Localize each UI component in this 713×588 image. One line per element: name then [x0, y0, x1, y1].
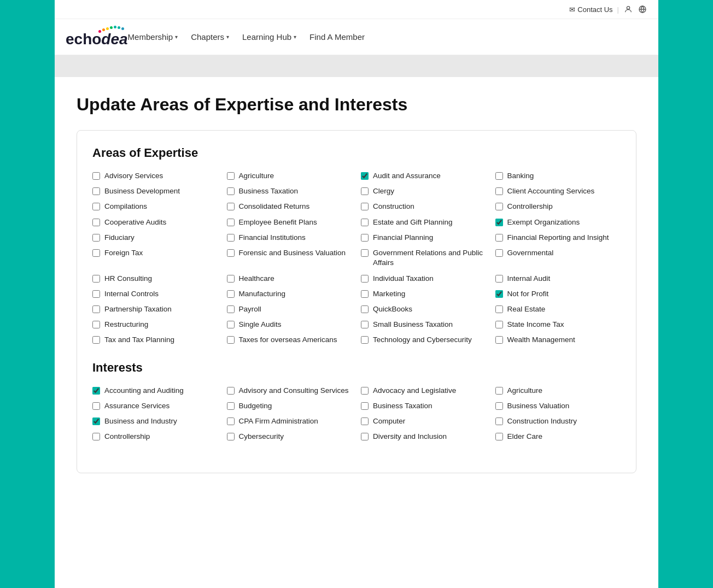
checkbox-label: Single Audits: [239, 320, 282, 330]
nav-chapters[interactable]: Chapters ▾: [191, 32, 229, 42]
checkbox-38[interactable]: [361, 321, 369, 328]
interests-section: Interests Accounting and AuditingAdvisor…: [92, 361, 621, 442]
interest-checkbox-7[interactable]: [495, 402, 503, 410]
areas-of-expertise-section: Areas of Expertise Advisory ServicesAgri…: [92, 146, 621, 345]
checkbox-label: Fiduciary: [104, 233, 135, 243]
checkbox-label: Internal Controls: [104, 289, 159, 299]
checkbox-43[interactable]: [495, 336, 503, 344]
checkbox-item: Financial Planning: [361, 233, 487, 243]
interest-checkbox-9[interactable]: [227, 418, 235, 425]
checkbox-39[interactable]: [495, 321, 503, 328]
checkbox-10[interactable]: [361, 203, 369, 210]
checkbox-12[interactable]: [92, 219, 100, 226]
checkbox-item: State Income Tax: [495, 320, 621, 330]
checkbox-item: Technology and Cybersecurity: [361, 335, 487, 345]
checkbox-28[interactable]: [92, 290, 100, 298]
checkbox-11[interactable]: [495, 203, 503, 210]
interest-checkbox-label: Business and Industry: [104, 416, 177, 426]
checkbox-24[interactable]: [92, 275, 100, 283]
nav-links: Membership ▾ Chapters ▾ Learning Hub ▾ F…: [128, 32, 365, 42]
nav-find-member[interactable]: Find A Member: [309, 32, 365, 42]
checkbox-item: Financial Institutions: [227, 233, 353, 243]
user-icon[interactable]: [623, 4, 633, 14]
logo[interactable]: echodea: [66, 26, 128, 48]
interest-checkbox-15[interactable]: [495, 433, 503, 440]
interest-checkbox-2[interactable]: [361, 387, 369, 395]
nav-learning-hub[interactable]: Learning Hub ▾: [242, 32, 296, 42]
interest-checkbox-0[interactable]: [92, 387, 100, 395]
checkbox-label: Not for Profit: [507, 289, 549, 299]
checkbox-23[interactable]: [495, 249, 503, 257]
checkbox-37[interactable]: [227, 321, 235, 328]
checkbox-32[interactable]: [92, 305, 100, 313]
contact-us-link[interactable]: ✉ Contact Us: [569, 5, 612, 14]
interest-checkbox-label: Business Valuation: [507, 401, 570, 411]
checkbox-1[interactable]: [227, 172, 235, 180]
interest-checkbox-12[interactable]: [92, 433, 100, 440]
checkbox-15[interactable]: [495, 219, 503, 226]
globe-icon[interactable]: [638, 4, 647, 14]
interest-checkbox-label: Accounting and Auditing: [104, 386, 184, 396]
checkbox-13[interactable]: [227, 219, 235, 226]
interest-checkbox-11[interactable]: [495, 418, 503, 425]
checkbox-label: Controllership: [507, 202, 553, 211]
checkbox-17[interactable]: [227, 234, 235, 242]
checkbox-item: Banking: [495, 171, 621, 181]
interest-checkbox-item: Computer: [361, 416, 487, 426]
checkbox-19[interactable]: [495, 234, 503, 242]
interest-checkbox-14[interactable]: [361, 433, 369, 440]
interest-checkbox-item: Business Valuation: [495, 401, 621, 411]
checkbox-label: Technology and Cybersecurity: [373, 335, 472, 345]
checkbox-14[interactable]: [361, 219, 369, 226]
checkbox-20[interactable]: [92, 249, 100, 257]
checkbox-34[interactable]: [361, 305, 369, 313]
interest-checkbox-4[interactable]: [92, 402, 100, 410]
checkbox-8[interactable]: [92, 203, 100, 210]
checkbox-22[interactable]: [361, 249, 369, 257]
checkbox-31[interactable]: [495, 290, 503, 298]
checkbox-30[interactable]: [361, 290, 369, 298]
checkbox-36[interactable]: [92, 321, 100, 328]
checkbox-label: HR Consulting: [104, 274, 152, 284]
interest-checkbox-13[interactable]: [227, 433, 235, 440]
checkbox-33[interactable]: [227, 305, 235, 313]
checkbox-18[interactable]: [361, 234, 369, 242]
checkbox-item: Client Accounting Services: [495, 186, 621, 196]
checkbox-3[interactable]: [495, 172, 503, 180]
checkbox-25[interactable]: [227, 275, 235, 283]
interest-checkbox-8[interactable]: [92, 418, 100, 425]
checkbox-27[interactable]: [495, 275, 503, 283]
checkbox-9[interactable]: [227, 203, 235, 210]
interest-checkbox-1[interactable]: [227, 387, 235, 395]
checkbox-item: Employee Benefit Plans: [227, 217, 353, 227]
interest-checkbox-5[interactable]: [227, 402, 235, 410]
checkbox-41[interactable]: [227, 336, 235, 344]
checkbox-5[interactable]: [227, 187, 235, 195]
checkbox-2[interactable]: [361, 172, 369, 180]
checkbox-item: Agriculture: [227, 171, 353, 181]
interest-checkbox-item: Business and Industry: [92, 416, 218, 426]
checkbox-16[interactable]: [92, 234, 100, 242]
checkbox-item: Business Taxation: [227, 186, 353, 196]
interest-checkbox-10[interactable]: [361, 418, 369, 425]
interest-checkbox-item: Advisory and Consulting Services: [227, 386, 353, 396]
checkbox-item: Individual Taxation: [361, 274, 487, 284]
checkbox-0[interactable]: [92, 172, 100, 180]
nav-membership[interactable]: Membership ▾: [128, 32, 178, 42]
checkbox-42[interactable]: [361, 336, 369, 344]
checkbox-40[interactable]: [92, 336, 100, 344]
interest-checkbox-label: CPA Firm Administration: [239, 416, 318, 426]
checkbox-7[interactable]: [495, 187, 503, 195]
checkbox-item: Forensic and Business Valuation: [227, 248, 353, 268]
checkbox-29[interactable]: [227, 290, 235, 298]
checkbox-26[interactable]: [361, 275, 369, 283]
checkbox-item: Governmental: [495, 248, 621, 268]
checkbox-35[interactable]: [495, 305, 503, 313]
checkbox-label: Financial Reporting and Insight: [507, 233, 609, 243]
checkbox-21[interactable]: [227, 249, 235, 257]
checkbox-label: Compilations: [104, 202, 147, 211]
interest-checkbox-3[interactable]: [495, 387, 503, 395]
checkbox-6[interactable]: [361, 187, 369, 195]
interest-checkbox-6[interactable]: [361, 402, 369, 410]
checkbox-4[interactable]: [92, 187, 100, 195]
